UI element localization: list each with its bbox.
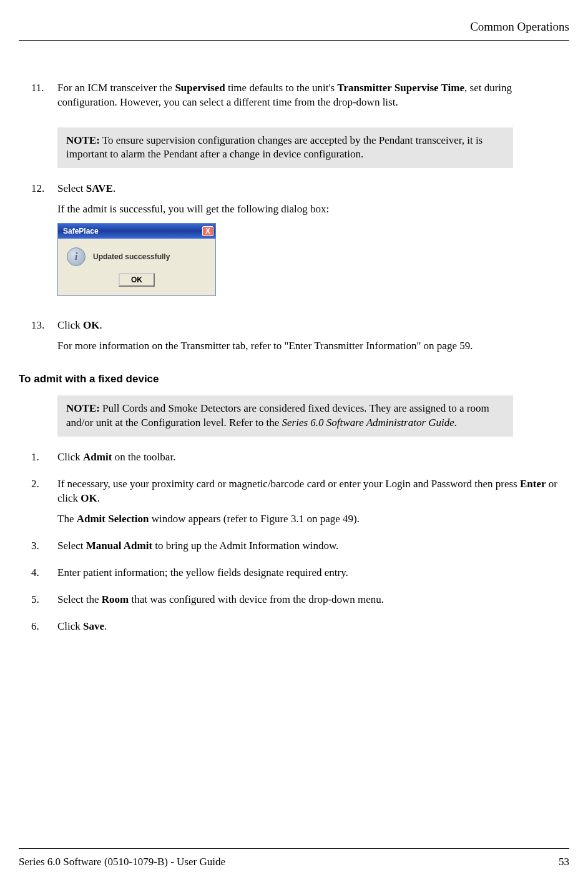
step-body: Click OK. For more information on the Tr… bbox=[57, 319, 569, 360]
close-icon[interactable]: X bbox=[202, 226, 213, 236]
ordered-list-fixed-device: 1. Click Admit on the toolbar. 2. If nec… bbox=[31, 450, 569, 640]
page-header: Common Operations bbox=[19, 19, 569, 40]
step-number: 1. bbox=[31, 450, 57, 471]
dialog-safeplace: SafePlace X i Updated successfully OK bbox=[57, 223, 216, 296]
step-13: 13. Click OK. For more information on th… bbox=[31, 319, 569, 360]
step-number: 6. bbox=[31, 620, 57, 640]
step-text-line2: If the admit is successful, you will get… bbox=[57, 202, 569, 217]
step-12: 12. Select SAVE. If the admit is success… bbox=[31, 182, 569, 307]
step-number: 3. bbox=[31, 539, 57, 560]
step-text-line2: The Admit Selection window appears (refe… bbox=[57, 512, 569, 527]
step-number: 2. bbox=[31, 477, 57, 533]
step-number: 11. bbox=[31, 81, 57, 116]
header-section-title: Common Operations bbox=[470, 20, 569, 33]
info-icon: i bbox=[67, 247, 86, 266]
step-body: Enter patient information; the yellow fi… bbox=[57, 566, 569, 587]
step-body: Click Admit on the toolbar. bbox=[57, 450, 569, 471]
subheading-fixed-device: To admit with a fixed device bbox=[19, 372, 569, 387]
step-b3: 3. Select Manual Admit to bring up the A… bbox=[31, 539, 569, 560]
step-number: 5. bbox=[31, 593, 57, 613]
step-body: Select Manual Admit to bring up the Admi… bbox=[57, 539, 569, 560]
step-text-line1: Click OK. bbox=[57, 319, 569, 333]
footer-row: Series 6.0 Software (0510-1079-B) - User… bbox=[19, 855, 569, 870]
footer-rule bbox=[19, 848, 569, 849]
dialog-body: i Updated successfully bbox=[58, 239, 215, 270]
step-b4: 4. Enter patient information; the yellow… bbox=[31, 566, 569, 587]
footer-left: Series 6.0 Software (0510-1079-B) - User… bbox=[19, 855, 225, 870]
step-text: Click Admit on the toolbar. bbox=[57, 450, 569, 465]
step-11: 11. For an ICM transceiver the Supervise… bbox=[31, 81, 569, 116]
step-body: Click Save. bbox=[57, 620, 569, 640]
note-text: To ensure supervision configuration chan… bbox=[66, 134, 483, 161]
dialog-message: Updated successfully bbox=[93, 252, 170, 262]
ok-button[interactable]: OK bbox=[119, 273, 155, 287]
step-text-line1: Select SAVE. bbox=[57, 182, 569, 196]
page-footer: Series 6.0 Software (0510-1079-B) - User… bbox=[19, 848, 569, 870]
step-body: Select the Room that was configured with… bbox=[57, 593, 569, 613]
step-text-line2: For more information on the Transmitter … bbox=[57, 339, 569, 354]
step-b6: 6. Click Save. bbox=[31, 620, 569, 640]
note-text-b: . bbox=[454, 417, 457, 429]
note-box-2: NOTE: Pull Cords and Smoke Detectors are… bbox=[57, 395, 513, 437]
step-text: For an ICM transceiver the Supervised ti… bbox=[57, 81, 569, 110]
footer-page-number: 53 bbox=[559, 855, 569, 870]
step-body: Select SAVE. If the admit is successful,… bbox=[57, 182, 569, 307]
step-b1: 1. Click Admit on the toolbar. bbox=[31, 450, 569, 471]
step-b5: 5. Select the Room that was configured w… bbox=[31, 593, 569, 613]
page-content: 11. For an ICM transceiver the Supervise… bbox=[19, 41, 569, 640]
dialog-titlebar: SafePlace X bbox=[58, 224, 215, 239]
note-box-1: NOTE: To ensure supervision configuratio… bbox=[57, 127, 513, 169]
step-text: Select Manual Admit to bring up the Admi… bbox=[57, 539, 569, 553]
note-label: NOTE: bbox=[66, 402, 100, 414]
dialog-buttons: OK bbox=[58, 270, 215, 295]
step-text-line1: If necessary, use your proximity card or… bbox=[57, 477, 569, 506]
step-number: 4. bbox=[31, 566, 57, 587]
note-label: NOTE: bbox=[66, 134, 100, 146]
note-text-italic: Series 6.0 Software Administrator Guide bbox=[282, 417, 454, 429]
step-body: For an ICM transceiver the Supervised ti… bbox=[57, 81, 569, 116]
dialog-title: SafePlace bbox=[63, 226, 99, 236]
step-text: Click Save. bbox=[57, 620, 569, 634]
step-number: 13. bbox=[31, 319, 57, 360]
step-text: Enter patient information; the yellow fi… bbox=[57, 566, 569, 580]
step-body: If necessary, use your proximity card or… bbox=[57, 477, 569, 533]
step-number: 12. bbox=[31, 182, 57, 307]
step-text: Select the Room that was configured with… bbox=[57, 593, 569, 607]
step-b2: 2. If necessary, use your proximity card… bbox=[31, 477, 569, 533]
